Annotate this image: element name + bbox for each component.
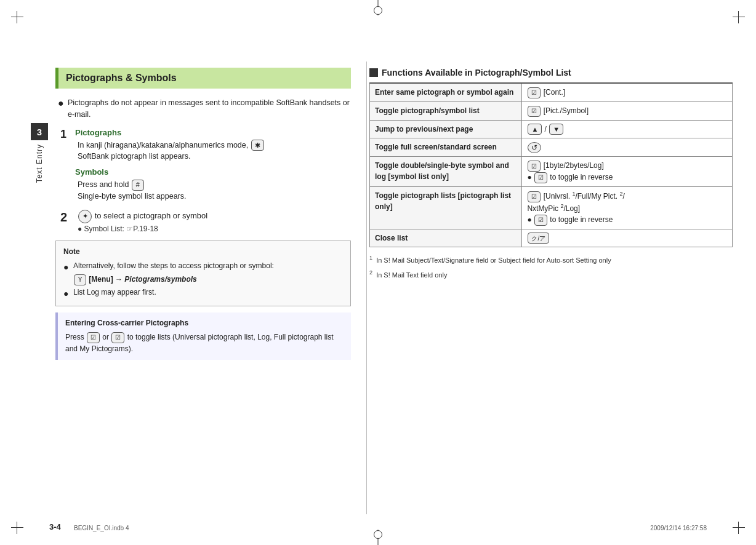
table-cell-func-6: Toggle pictograph lists [pictograph list… <box>370 186 522 229</box>
star-key: ✱ <box>251 140 264 151</box>
chapter-label: Text Entry <box>35 144 44 183</box>
note-item-1: ● Alternatively, follow the steps to acc… <box>63 260 343 274</box>
univrsl-key: ☑ <box>528 191 541 202</box>
table-cell-action-4: ↺ <box>522 138 733 157</box>
right-content: Functions Available in Pictograph/Symbol… <box>369 68 733 282</box>
footnote-1: 1 In S! Mail Subject/Text/Signature fiel… <box>369 253 733 266</box>
symbols-title: Symbols <box>75 167 265 177</box>
step2-number: 2 <box>60 210 73 225</box>
byte-key: ☑ <box>528 161 541 172</box>
crosscarrier-box: Entering Cross-carrier Pictographs Press… <box>55 312 351 360</box>
file-info-left: BEGIN_E_OI.indb 4 <box>74 525 129 531</box>
section-title: Pictographs & Symbols <box>66 73 177 83</box>
reg-mark-tl <box>11 11 23 23</box>
table-cell-action-3: ▲ / ▼ <box>522 120 733 138</box>
symbols-line1: Press and hold <box>78 180 129 189</box>
file-info-right: 2009/12/14 16:27:58 <box>650 525 707 531</box>
table-cell-func-3: Jump to previous/next page <box>370 120 522 138</box>
step2-sub: ● Symbol List: ☞P.19-18 <box>78 223 207 234</box>
center-circle-top <box>374 6 382 15</box>
table-cell-func-7: Close list <box>370 229 522 247</box>
table-row: Toggle double/single-byte symbol and log… <box>370 157 733 187</box>
step2-sub-text: Symbol List: ☞P.19-18 <box>84 225 158 233</box>
reg-mark-tr <box>733 11 745 23</box>
table-cell-func-4: Toggle full screen/standard screen <box>370 138 522 157</box>
center-circle-bottom <box>374 530 382 539</box>
table-cell-action-6: ☑ [Univrsl. 1/Full/My Pict. 2/NxtMyPic 2… <box>522 186 733 229</box>
crosscarrier-title: Entering Cross-carrier Pictographs <box>65 317 344 329</box>
pictographs-line1: In kanji (hiragana)/katakana/alphanumeri… <box>78 141 248 149</box>
y-key: Y <box>74 274 86 285</box>
table-cell-func-1: Enter same pictograph or symbol again <box>370 83 522 101</box>
cc-key1: ☑ <box>87 332 100 343</box>
table-row: Toggle full screen/standard screen ↺ <box>370 138 733 157</box>
step2-content: ✦ to select a pictograph or symbol ● Sym… <box>78 210 207 234</box>
functions-header-text: Functions Available in Pictograph/Symbol… <box>382 68 571 78</box>
univrsl-rev-key: ☑ <box>534 215 547 226</box>
reg-mark-br <box>733 522 745 534</box>
note-text-1: Alternatively, follow the steps to acces… <box>73 260 274 272</box>
functions-table: Enter same pictograph or symbol again ☑ … <box>369 82 733 247</box>
pictographs-content: In kanji (hiragana)/katakana/alphanumeri… <box>78 140 265 163</box>
note-bullet-2: ● <box>63 287 71 300</box>
table-row: Jump to previous/next page ▲ / ▼ <box>370 120 733 138</box>
footnotes: 1 In S! Mail Subject/Text/Signature fiel… <box>369 253 733 280</box>
functions-header: Functions Available in Pictograph/Symbol… <box>369 68 733 78</box>
byte-rev-key: ☑ <box>534 172 547 183</box>
chapter-number: 3 <box>31 123 48 140</box>
up-key: ▲ <box>528 124 542 135</box>
intro-bullet: ● Pictographs do not appear in messages … <box>55 97 351 121</box>
step2-text: to select a pictograph or symbol <box>95 211 208 220</box>
table-cell-action-5: ☑ [1byte/2bytes/Log] ● ☑ to toggle in re… <box>522 157 733 187</box>
note-text-2: List Log may appear first. <box>73 287 156 298</box>
chapter-sidebar: 3 Text Entry <box>31 123 48 183</box>
divider-line <box>366 62 367 514</box>
close-key: ク/ア <box>528 233 549 244</box>
cc-key2: ☑ <box>111 332 124 343</box>
table-cell-action-7: ク/ア <box>522 229 733 247</box>
note-box: Note ● Alternatively, follow the steps t… <box>55 241 351 306</box>
note-menu: Y [Menu] → Pictograms/symbols <box>73 274 343 285</box>
page-number: 3-4 <box>49 522 61 531</box>
step2-container: 2 ✦ to select a pictograph or symbol ● S… <box>60 210 351 234</box>
note-item-2: ● List Log may appear first. <box>63 287 343 300</box>
down-key: ▼ <box>549 124 563 135</box>
step1-number: 1 <box>60 128 71 141</box>
pictographs-subsection: 1 Pictographs In kanji (hiragana)/kataka… <box>55 128 351 202</box>
symbols-content: Press and hold # Single-byte symbol list… <box>78 179 265 202</box>
pictographs-line2: SoftBank pictograph list appears. <box>78 152 190 161</box>
left-content: Pictographs & Symbols ● Pictographs do n… <box>55 68 351 360</box>
note-menu-text: [Menu] → Pictograms/symbols <box>89 275 196 284</box>
toggle-screen-key: ↺ <box>528 142 541 153</box>
functions-square-icon <box>369 68 378 77</box>
select-icon: ✦ <box>78 210 92 223</box>
crosscarrier-content: Press ☑ or ☑ to toggle lists (Universal … <box>65 332 344 355</box>
bullet-dot: ● <box>58 97 65 110</box>
table-cell-func-2: Toggle pictograph/symbol list <box>370 101 522 120</box>
table-row: Close list ク/ア <box>370 229 733 247</box>
footnote-2: 2 In S! Mail Text field only <box>369 268 733 280</box>
intro-text: Pictographs do not appear in messages se… <box>68 97 351 121</box>
note-title: Note <box>63 246 343 258</box>
symbols-line2: Single-byte symbol list appears. <box>78 192 186 201</box>
pict-key: ☑ <box>528 106 541 117</box>
pictographs-title: Pictographs <box>75 128 265 137</box>
table-row: Enter same pictograph or symbol again ☑ … <box>370 83 733 101</box>
section-header: Pictographs & Symbols <box>55 68 351 89</box>
bullet-dot-step2: ● <box>78 225 84 233</box>
cont-key: ☑ <box>528 87 541 98</box>
table-row: Toggle pictograph lists [pictograph list… <box>370 186 733 229</box>
table-cell-func-5: Toggle double/single-byte symbol and log… <box>370 157 522 187</box>
table-cell-action-2: ☑ [Pict./Symbol] <box>522 101 733 120</box>
reg-mark-bl <box>11 522 23 534</box>
hash-key: # <box>132 180 144 191</box>
table-row: Toggle pictograph/symbol list ☑ [Pict./S… <box>370 101 733 120</box>
note-bullet-1: ● <box>63 260 71 274</box>
table-cell-action-1: ☑ [Cont.] <box>522 83 733 101</box>
